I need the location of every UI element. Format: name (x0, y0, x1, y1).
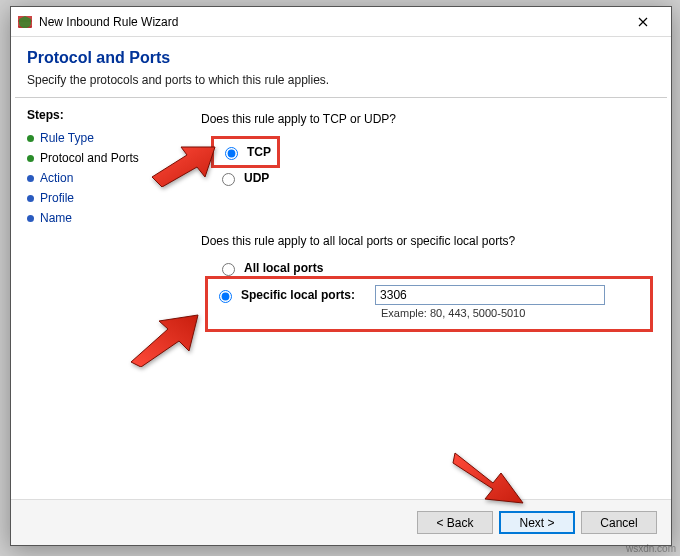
step-label: Rule Type (40, 131, 94, 145)
highlight-annotation: TCP (211, 136, 280, 168)
page-title: Protocol and Ports (27, 49, 655, 67)
title-bar: New Inbound Rule Wizard (11, 7, 671, 37)
firewall-icon (17, 14, 33, 30)
radio-tcp[interactable] (225, 147, 238, 160)
radio-all-ports-label: All local ports (244, 261, 323, 275)
wizard-window: New Inbound Rule Wizard Protocol and Por… (10, 6, 672, 546)
close-icon (638, 17, 648, 27)
radio-all-ports-row[interactable]: All local ports (217, 258, 653, 278)
step-profile[interactable]: Profile (27, 188, 181, 208)
step-label: Action (40, 171, 73, 185)
wizard-header: Protocol and Ports Specify the protocols… (11, 37, 671, 97)
window-title: New Inbound Rule Wizard (39, 15, 621, 29)
watermark-text: wsxdn.com (626, 543, 676, 554)
back-button[interactable]: < Back (417, 511, 493, 534)
step-label: Name (40, 211, 72, 225)
step-bullet-icon (27, 175, 34, 182)
step-action[interactable]: Action (27, 168, 181, 188)
highlight-annotation: Specific local ports: Example: 80, 443, … (205, 276, 653, 332)
steps-heading: Steps: (27, 108, 181, 122)
radio-all-ports[interactable] (222, 263, 235, 276)
radio-udp[interactable] (222, 173, 235, 186)
steps-sidebar: Steps: Rule Type Protocol and Ports Acti… (11, 98, 191, 499)
step-label: Protocol and Ports (40, 151, 139, 165)
cancel-button[interactable]: Cancel (581, 511, 657, 534)
wizard-body: Steps: Rule Type Protocol and Ports Acti… (11, 98, 671, 499)
step-bullet-icon (27, 155, 34, 162)
radio-udp-row[interactable]: UDP (217, 168, 653, 188)
next-button[interactable]: Next > (499, 511, 575, 534)
wizard-main: Does this rule apply to TCP or UDP? TCP … (191, 98, 671, 499)
ports-question: Does this rule apply to all local ports … (201, 234, 653, 248)
button-bar: < Back Next > Cancel (11, 499, 671, 545)
step-name[interactable]: Name (27, 208, 181, 228)
step-bullet-icon (27, 215, 34, 222)
protocol-question: Does this rule apply to TCP or UDP? (201, 112, 653, 126)
step-bullet-icon (27, 195, 34, 202)
radio-tcp-label: TCP (247, 145, 271, 159)
step-label: Profile (40, 191, 74, 205)
radio-tcp-row[interactable]: TCP (220, 142, 271, 162)
ports-example-text: Example: 80, 443, 5000-5010 (381, 307, 605, 319)
step-rule-type[interactable]: Rule Type (27, 128, 181, 148)
step-protocol-and-ports[interactable]: Protocol and Ports (27, 148, 181, 168)
step-bullet-icon (27, 135, 34, 142)
radio-udp-label: UDP (244, 171, 269, 185)
page-subtitle: Specify the protocols and ports to which… (27, 73, 655, 87)
radio-specific-ports[interactable] (219, 290, 232, 303)
obscured-background (0, 80, 10, 280)
specific-ports-input[interactable] (375, 285, 605, 305)
close-button[interactable] (621, 8, 665, 36)
radio-specific-ports-row[interactable]: Specific local ports: (214, 285, 355, 305)
radio-specific-ports-label: Specific local ports: (241, 288, 355, 302)
